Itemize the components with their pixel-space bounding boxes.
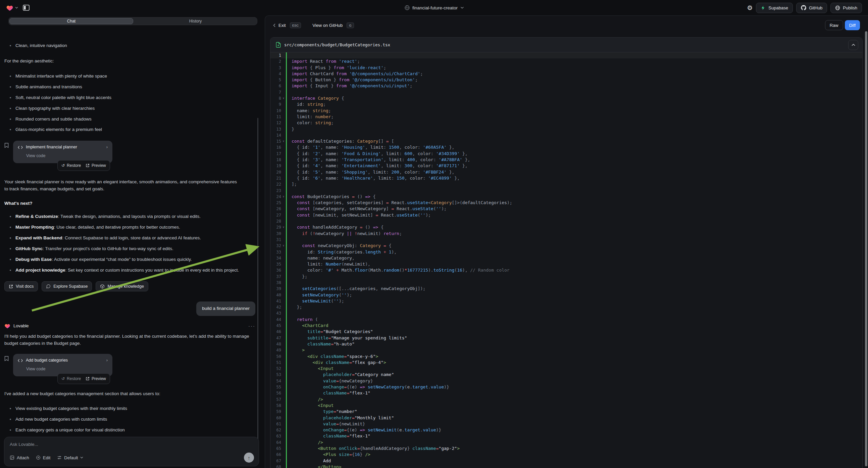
line-number: 22 bbox=[276, 181, 281, 187]
explore-supabase-button[interactable]: Explore Supabase bbox=[41, 281, 92, 291]
bullet-item: Rounded corners and subtle shadows bbox=[4, 116, 255, 123]
sidebar-toggle-button[interactable] bbox=[23, 5, 30, 11]
line-number: 13 bbox=[276, 126, 281, 132]
tab-chat[interactable]: Chat bbox=[9, 18, 133, 24]
raw-toggle-button[interactable]: Raw bbox=[825, 20, 843, 30]
g-key-badge: G bbox=[347, 23, 354, 28]
code-line: 30 if (!newCategory || !newLimit) return… bbox=[271, 231, 862, 237]
edit-button[interactable]: Edit bbox=[36, 455, 50, 460]
view-on-github-link[interactable]: View on GitHub bbox=[312, 23, 343, 28]
settings-button[interactable]: ⚙ bbox=[747, 4, 752, 12]
esc-key-badge: ESC bbox=[290, 23, 301, 28]
code-line: 28 bbox=[271, 218, 862, 224]
line-number: 56 bbox=[276, 390, 281, 396]
preview-button[interactable]: Preview bbox=[86, 163, 106, 169]
bookmark-icon[interactable] bbox=[4, 356, 9, 376]
publish-button[interactable]: Publish bbox=[830, 3, 862, 13]
bullet-item: Master Prompting: Use clear, detailed, a… bbox=[4, 224, 253, 231]
restore-button[interactable]: ↺Restore bbox=[61, 376, 81, 382]
bookmark-icon[interactable] bbox=[4, 143, 9, 163]
restore-button[interactable]: ↺Restore bbox=[61, 163, 81, 169]
code-line: 44 return ( bbox=[271, 317, 862, 323]
send-button[interactable]: ↑ bbox=[244, 452, 254, 463]
design-intro: For the design aesthetic: bbox=[4, 58, 255, 65]
view-code-link[interactable]: View code bbox=[26, 153, 108, 159]
line-number: 31 bbox=[276, 237, 281, 243]
bullet-item: GitHub Sync: Transfer your project's cod… bbox=[4, 245, 253, 253]
file-header[interactable]: src/components/budget/BudgetCategories.t… bbox=[271, 38, 862, 52]
ready-paragraph: Your sleek financial planner is now read… bbox=[4, 179, 239, 193]
fold-toggle-icon[interactable]: ∨ bbox=[281, 194, 286, 200]
line-number: 29 bbox=[276, 224, 281, 230]
line-number: 18 bbox=[276, 157, 281, 163]
code-line: 3import { Plus } from 'lucide-react'; bbox=[271, 65, 862, 71]
code-editor[interactable]: 1 2import React from 'react';3import { P… bbox=[271, 52, 862, 468]
assistant-name: Lovable bbox=[13, 323, 29, 329]
chat-scrollbar[interactable] bbox=[257, 118, 258, 450]
supabase-button[interactable]: Supabase bbox=[756, 3, 793, 13]
external-link-icon bbox=[86, 377, 90, 381]
code-line: 25 const [categories, setCategories] = R… bbox=[271, 200, 862, 206]
manage-knowledge-button[interactable]: Manage knowledge bbox=[96, 281, 148, 291]
line-number: 35 bbox=[276, 261, 281, 267]
line-number: 45 bbox=[276, 323, 281, 329]
version-actions: ↺Restore Preview bbox=[57, 160, 110, 171]
code-line: 48 className="h-auto" bbox=[271, 341, 862, 347]
code-line: 39 setCategories([...categories, newCate… bbox=[271, 286, 862, 292]
code-line: 51 <div className="flex gap-4"> bbox=[271, 359, 862, 365]
line-number: 64 bbox=[276, 439, 281, 445]
code-line: 2import React from 'react'; bbox=[271, 58, 862, 64]
attach-button[interactable]: Attach bbox=[10, 455, 29, 460]
file-diff-card: src/components/budget/BudgetCategories.t… bbox=[270, 37, 863, 468]
added-paragraph: I've added a new budget categories manag… bbox=[4, 390, 255, 398]
globe-icon bbox=[835, 5, 840, 10]
preview-button[interactable]: Preview bbox=[86, 376, 106, 382]
tab-history[interactable]: History bbox=[134, 18, 257, 25]
project-switcher[interactable]: financial-future-creator bbox=[404, 0, 464, 16]
code-line: 36 color: '#' + Math.floor(Math.random()… bbox=[271, 267, 862, 273]
chat-input[interactable] bbox=[10, 442, 253, 452]
view-code-link[interactable]: View code bbox=[26, 366, 108, 372]
version-card-add-budget-categories[interactable]: Add budget categories › View code ↺Resto… bbox=[13, 354, 113, 376]
code-line: 64 /> bbox=[271, 439, 862, 445]
code-line: 29∨ const handleAddCategory = () => { bbox=[271, 224, 862, 230]
model-selector[interactable]: Default bbox=[57, 455, 83, 460]
fold-toggle-icon[interactable]: ∨ bbox=[281, 224, 286, 230]
bullet-item: Expand with Backend: Connect Supabase to… bbox=[4, 235, 253, 242]
line-number: 21 bbox=[276, 175, 281, 181]
bullet-item: Debug with Ease: Activate our experiment… bbox=[4, 256, 253, 263]
code-icon bbox=[18, 359, 23, 362]
fold-toggle-icon[interactable]: ∨ bbox=[281, 243, 286, 249]
target-icon bbox=[36, 455, 40, 460]
lovable-logo-menu[interactable] bbox=[6, 4, 18, 11]
code-line: 31 bbox=[271, 237, 862, 243]
exit-button[interactable]: Exit bbox=[273, 23, 286, 28]
line-number: 61 bbox=[276, 421, 281, 427]
line-number: 24 bbox=[276, 194, 281, 200]
line-number: 26 bbox=[276, 206, 281, 212]
help-paragraph: I'll help you add budget categories to t… bbox=[4, 333, 253, 347]
diff-toggle-button[interactable]: Diff bbox=[845, 20, 860, 30]
chat-messages[interactable]: Clean, intuitive navigation For the desi… bbox=[4, 41, 255, 449]
visit-docs-button[interactable]: Visit docs bbox=[4, 281, 38, 291]
fold-toggle-icon[interactable]: ∨ bbox=[281, 95, 286, 101]
fold-toggle-icon[interactable]: ∨ bbox=[281, 138, 286, 144]
code-line: 19 { id: '4', name: 'Entertainment', lim… bbox=[271, 163, 862, 169]
chat-panel: Chat History Clean, intuitive navigation… bbox=[0, 16, 265, 468]
message-menu-button[interactable]: ··· bbox=[248, 322, 255, 330]
package-icon bbox=[100, 284, 105, 289]
version-card-implement-financial-planner[interactable]: Implement financial planner › View code … bbox=[13, 141, 113, 163]
code-line: 10 name: string; bbox=[271, 108, 862, 114]
panel-left-icon bbox=[23, 5, 30, 11]
line-number: 37 bbox=[276, 273, 281, 280]
line-number: 42 bbox=[276, 304, 281, 310]
code-line: 13} bbox=[271, 126, 862, 132]
code-line: 58 <Input bbox=[271, 403, 862, 409]
code-line: 24∨const BudgetCategories = () => { bbox=[271, 194, 862, 200]
collapse-file-button[interactable] bbox=[848, 40, 858, 50]
chevron-right-icon: › bbox=[106, 357, 108, 363]
code-line: 18 { id: '3', name: 'Transportation', li… bbox=[271, 157, 862, 163]
code-scrollbar[interactable] bbox=[865, 31, 867, 466]
github-button[interactable]: GitHub bbox=[796, 3, 827, 13]
external-link-icon bbox=[9, 284, 13, 289]
